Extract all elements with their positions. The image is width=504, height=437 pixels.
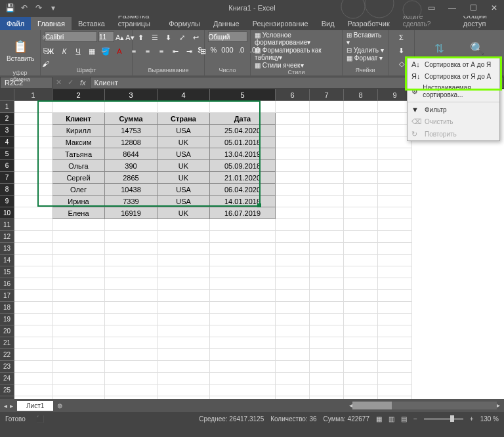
cell[interactable] xyxy=(158,396,210,399)
cell[interactable] xyxy=(52,314,105,325)
tab-review[interactable]: Рецензирование xyxy=(246,17,315,30)
cell[interactable] xyxy=(105,278,158,290)
cell[interactable] xyxy=(158,325,210,337)
row-header[interactable]: 4 xyxy=(0,136,14,148)
cell[interactable] xyxy=(52,255,105,266)
cell[interactable] xyxy=(310,231,344,243)
row-header[interactable]: 8 xyxy=(0,184,14,196)
cell[interactable] xyxy=(276,243,310,255)
cell[interactable] xyxy=(276,290,310,302)
cell[interactable] xyxy=(105,266,158,278)
align-middle-icon[interactable]: ☰ xyxy=(149,31,161,43)
cell[interactable] xyxy=(378,160,412,172)
undo-icon[interactable]: ↶ xyxy=(20,3,29,12)
font-color-icon[interactable]: A xyxy=(114,45,125,57)
cell[interactable] xyxy=(105,337,158,349)
cell[interactable] xyxy=(52,101,105,113)
cell[interactable]: 12808 xyxy=(105,136,158,148)
cell[interactable] xyxy=(344,290,378,302)
cell[interactable] xyxy=(276,136,310,148)
percent-icon[interactable]: % xyxy=(208,44,220,56)
cell[interactable] xyxy=(158,349,210,361)
cell[interactable]: 21.01.2020 xyxy=(210,172,276,184)
fill-icon[interactable]: ⬇ xyxy=(396,45,408,56)
cell[interactable] xyxy=(378,219,412,231)
cell[interactable] xyxy=(14,160,52,172)
grow-font-icon[interactable]: A▴ xyxy=(116,31,124,43)
cell[interactable] xyxy=(52,231,105,243)
cell[interactable] xyxy=(52,266,105,278)
cell[interactable] xyxy=(344,266,378,278)
font-size-select[interactable] xyxy=(98,31,114,42)
cell[interactable] xyxy=(276,196,310,207)
cell[interactable]: 14.01.2018 xyxy=(210,196,276,207)
cell[interactable] xyxy=(344,243,378,255)
cell[interactable] xyxy=(378,290,412,302)
cell[interactable] xyxy=(105,349,158,361)
cell[interactable] xyxy=(276,207,310,219)
row-header[interactable]: 16 xyxy=(0,278,14,290)
row-header[interactable]: 5 xyxy=(0,148,14,160)
cell[interactable] xyxy=(310,113,344,125)
column-header[interactable]: 5 xyxy=(210,89,276,101)
cell[interactable] xyxy=(276,184,310,196)
cell[interactable] xyxy=(310,160,344,172)
cell[interactable]: USA xyxy=(158,196,210,207)
cell[interactable]: UK xyxy=(158,160,210,172)
cell[interactable] xyxy=(52,385,105,396)
zoom-in-icon[interactable]: + xyxy=(470,415,474,423)
cell[interactable] xyxy=(210,325,276,337)
cell[interactable] xyxy=(210,302,276,314)
cell[interactable] xyxy=(14,148,52,160)
cell[interactable] xyxy=(158,385,210,396)
cell[interactable] xyxy=(276,113,310,125)
cell[interactable] xyxy=(52,361,105,373)
cell[interactable] xyxy=(52,302,105,314)
cell[interactable] xyxy=(14,349,52,361)
maximize-icon[interactable]: ☐ xyxy=(463,0,483,16)
cell[interactable]: 8644 xyxy=(105,148,158,160)
wrap-text-icon[interactable]: ↩ xyxy=(190,31,202,43)
cell[interactable] xyxy=(105,243,158,255)
cell[interactable] xyxy=(276,255,310,266)
sort-az-item[interactable]: A↓Сортировка от А до Я xyxy=(408,58,499,70)
zoom-out-icon[interactable]: − xyxy=(413,415,417,423)
cell[interactable]: Сумма xyxy=(105,113,158,125)
cell[interactable] xyxy=(158,219,210,231)
comma-icon[interactable]: 000 xyxy=(222,44,234,56)
cell[interactable] xyxy=(378,373,412,385)
column-header[interactable]: 2 xyxy=(52,89,105,101)
macro-record-icon[interactable]: ⬛ xyxy=(36,415,44,423)
sort-za-item[interactable]: Я↓Сортировка от Я до А xyxy=(408,70,499,82)
font-name-select[interactable] xyxy=(45,31,97,42)
cell[interactable] xyxy=(276,302,310,314)
cell[interactable] xyxy=(276,172,310,184)
cell[interactable] xyxy=(210,266,276,278)
align-right-icon[interactable]: ≡ xyxy=(156,45,167,57)
cell[interactable] xyxy=(276,101,310,113)
cell[interactable] xyxy=(378,184,412,196)
zoom-level[interactable]: 130 % xyxy=(480,415,499,423)
cell[interactable]: Клиент xyxy=(52,113,105,125)
cell[interactable] xyxy=(105,314,158,325)
italic-icon[interactable]: К xyxy=(58,45,70,57)
qat-customize-icon[interactable]: ▾ xyxy=(49,3,58,12)
cell[interactable]: Кирилл xyxy=(52,125,105,136)
tab-view[interactable]: Вид xyxy=(315,17,341,30)
cell[interactable] xyxy=(276,278,310,290)
align-center-icon[interactable]: ≡ xyxy=(142,45,154,57)
cell[interactable] xyxy=(344,101,378,113)
cell[interactable] xyxy=(210,255,276,266)
cell[interactable]: Дата xyxy=(210,113,276,125)
column-header[interactable]: 1 xyxy=(14,89,52,101)
cell[interactable] xyxy=(210,314,276,325)
cell[interactable] xyxy=(378,396,412,399)
cell[interactable] xyxy=(276,266,310,278)
column-header[interactable]: 4 xyxy=(158,89,210,101)
cell[interactable] xyxy=(158,101,210,113)
cell[interactable] xyxy=(52,325,105,337)
cell[interactable] xyxy=(276,160,310,172)
sheet-tab-1[interactable]: Лист1 xyxy=(17,401,53,411)
cell[interactable] xyxy=(105,302,158,314)
cell[interactable]: 14753 xyxy=(105,125,158,136)
